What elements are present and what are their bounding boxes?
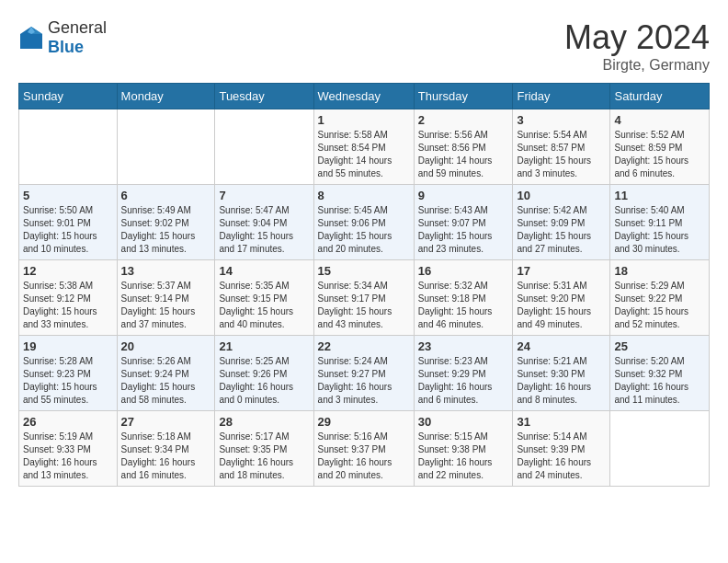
calendar-week-row: 5Sunrise: 5:50 AMSunset: 9:01 PMDaylight… [19, 185, 710, 260]
day-number: 24 [517, 339, 606, 353]
calendar-cell: 15Sunrise: 5:34 AMSunset: 9:17 PMDayligh… [313, 260, 414, 336]
calendar-cell: 12Sunrise: 5:38 AMSunset: 9:12 PMDayligh… [19, 260, 118, 336]
title-block: May 2024 Birgte, Germany [564, 18, 710, 74]
day-info: Sunrise: 5:54 AMSunset: 8:57 PMDaylight:… [517, 129, 606, 180]
logo: General Blue [18, 18, 107, 57]
day-number: 4 [614, 113, 705, 127]
day-info: Sunrise: 5:24 AMSunset: 9:27 PMDaylight:… [318, 355, 410, 407]
day-number: 26 [23, 415, 113, 429]
day-info: Sunrise: 5:14 AMSunset: 9:39 PMDaylight:… [517, 431, 606, 482]
day-info: Sunrise: 5:34 AMSunset: 9:17 PMDaylight:… [318, 280, 410, 331]
day-number: 7 [219, 189, 309, 202]
calendar-cell: 17Sunrise: 5:31 AMSunset: 9:20 PMDayligh… [513, 260, 610, 336]
calendar-cell: 22Sunrise: 5:24 AMSunset: 9:27 PMDayligh… [313, 336, 414, 411]
day-info: Sunrise: 5:52 AMSunset: 8:59 PMDaylight:… [614, 129, 705, 180]
weekday-header-monday: Monday [117, 84, 215, 109]
calendar-table: SundayMondayTuesdayWednesdayThursdayFrid… [18, 83, 710, 487]
calendar-cell: 20Sunrise: 5:26 AMSunset: 9:24 PMDayligh… [117, 336, 215, 411]
calendar-cell [610, 411, 710, 487]
day-info: Sunrise: 5:40 AMSunset: 9:11 PMDaylight:… [614, 204, 705, 256]
day-number: 31 [517, 415, 606, 429]
calendar-cell: 7Sunrise: 5:47 AMSunset: 9:04 PMDaylight… [215, 185, 313, 260]
day-number: 14 [219, 264, 309, 278]
day-number: 21 [219, 339, 309, 353]
logo-icon [18, 25, 44, 51]
calendar-cell [19, 109, 118, 185]
day-info: Sunrise: 5:20 AMSunset: 9:32 PMDaylight:… [614, 355, 705, 407]
calendar-cell [215, 109, 313, 185]
calendar-cell: 21Sunrise: 5:25 AMSunset: 9:26 PMDayligh… [215, 336, 313, 411]
day-number: 10 [517, 189, 606, 202]
calendar-week-row: 19Sunrise: 5:28 AMSunset: 9:23 PMDayligh… [19, 336, 710, 411]
day-info: Sunrise: 5:38 AMSunset: 9:12 PMDaylight:… [23, 280, 113, 331]
calendar-cell: 8Sunrise: 5:45 AMSunset: 9:06 PMDaylight… [313, 185, 414, 260]
calendar-cell: 19Sunrise: 5:28 AMSunset: 9:23 PMDayligh… [19, 336, 118, 411]
day-info: Sunrise: 5:26 AMSunset: 9:24 PMDaylight:… [121, 355, 211, 407]
day-info: Sunrise: 5:49 AMSunset: 9:02 PMDaylight:… [121, 204, 211, 256]
logo-text: General Blue [48, 18, 107, 57]
calendar-cell: 3Sunrise: 5:54 AMSunset: 8:57 PMDaylight… [513, 109, 610, 185]
calendar-cell: 5Sunrise: 5:50 AMSunset: 9:01 PMDaylight… [19, 185, 118, 260]
calendar-cell [117, 109, 215, 185]
day-number: 5 [23, 189, 113, 202]
logo-general: General [48, 18, 107, 37]
day-info: Sunrise: 5:18 AMSunset: 9:34 PMDaylight:… [121, 431, 211, 482]
calendar-cell: 10Sunrise: 5:42 AMSunset: 9:09 PMDayligh… [513, 185, 610, 260]
calendar-week-row: 12Sunrise: 5:38 AMSunset: 9:12 PMDayligh… [19, 260, 710, 336]
day-number: 6 [121, 189, 211, 202]
day-number: 23 [418, 339, 509, 353]
day-number: 27 [121, 415, 211, 429]
day-info: Sunrise: 5:47 AMSunset: 9:04 PMDaylight:… [219, 204, 309, 256]
weekday-header-wednesday: Wednesday [313, 84, 414, 109]
day-info: Sunrise: 5:43 AMSunset: 9:07 PMDaylight:… [418, 204, 509, 256]
day-number: 19 [23, 339, 113, 353]
calendar-cell: 11Sunrise: 5:40 AMSunset: 9:11 PMDayligh… [610, 185, 710, 260]
day-number: 13 [121, 264, 211, 278]
day-number: 11 [614, 189, 705, 202]
day-info: Sunrise: 5:19 AMSunset: 9:33 PMDaylight:… [23, 431, 113, 482]
day-info: Sunrise: 5:28 AMSunset: 9:23 PMDaylight:… [23, 355, 113, 407]
day-number: 9 [418, 189, 509, 202]
day-number: 2 [418, 113, 509, 127]
calendar-cell: 25Sunrise: 5:20 AMSunset: 9:32 PMDayligh… [610, 336, 710, 411]
calendar-week-row: 26Sunrise: 5:19 AMSunset: 9:33 PMDayligh… [19, 411, 710, 487]
weekday-header-sunday: Sunday [19, 84, 118, 109]
calendar-cell: 26Sunrise: 5:19 AMSunset: 9:33 PMDayligh… [19, 411, 118, 487]
calendar-cell: 24Sunrise: 5:21 AMSunset: 9:30 PMDayligh… [513, 336, 610, 411]
calendar-cell: 23Sunrise: 5:23 AMSunset: 9:29 PMDayligh… [414, 336, 513, 411]
day-number: 29 [318, 415, 410, 429]
day-info: Sunrise: 5:17 AMSunset: 9:35 PMDaylight:… [219, 431, 309, 482]
day-info: Sunrise: 5:15 AMSunset: 9:38 PMDaylight:… [418, 431, 509, 482]
day-number: 28 [219, 415, 309, 429]
calendar-cell: 4Sunrise: 5:52 AMSunset: 8:59 PMDaylight… [610, 109, 710, 185]
day-info: Sunrise: 5:25 AMSunset: 9:26 PMDaylight:… [219, 355, 309, 407]
calendar-cell: 30Sunrise: 5:15 AMSunset: 9:38 PMDayligh… [414, 411, 513, 487]
calendar-cell: 9Sunrise: 5:43 AMSunset: 9:07 PMDaylight… [414, 185, 513, 260]
day-info: Sunrise: 5:37 AMSunset: 9:14 PMDaylight:… [121, 280, 211, 331]
calendar-cell: 13Sunrise: 5:37 AMSunset: 9:14 PMDayligh… [117, 260, 215, 336]
day-number: 17 [517, 264, 606, 278]
day-info: Sunrise: 5:32 AMSunset: 9:18 PMDaylight:… [418, 280, 509, 331]
weekday-header-row: SundayMondayTuesdayWednesdayThursdayFrid… [19, 84, 710, 109]
day-info: Sunrise: 5:23 AMSunset: 9:29 PMDaylight:… [418, 355, 509, 407]
day-number: 3 [517, 113, 606, 127]
calendar-cell: 28Sunrise: 5:17 AMSunset: 9:35 PMDayligh… [215, 411, 313, 487]
calendar-cell: 2Sunrise: 5:56 AMSunset: 8:56 PMDaylight… [414, 109, 513, 185]
day-info: Sunrise: 5:35 AMSunset: 9:15 PMDaylight:… [219, 280, 309, 331]
day-number: 22 [318, 339, 410, 353]
calendar-cell: 31Sunrise: 5:14 AMSunset: 9:39 PMDayligh… [513, 411, 610, 487]
calendar-title: May 2024 [564, 18, 710, 57]
weekday-header-thursday: Thursday [414, 84, 513, 109]
logo-blue: Blue [48, 38, 84, 56]
weekday-header-friday: Friday [513, 84, 610, 109]
day-number: 16 [418, 264, 509, 278]
day-info: Sunrise: 5:58 AMSunset: 8:54 PMDaylight:… [318, 129, 410, 180]
calendar-cell: 14Sunrise: 5:35 AMSunset: 9:15 PMDayligh… [215, 260, 313, 336]
day-info: Sunrise: 5:31 AMSunset: 9:20 PMDaylight:… [517, 280, 606, 331]
day-info: Sunrise: 5:50 AMSunset: 9:01 PMDaylight:… [23, 204, 113, 256]
calendar-location: Birgte, Germany [564, 57, 710, 74]
calendar-cell: 1Sunrise: 5:58 AMSunset: 8:54 PMDaylight… [313, 109, 414, 185]
day-number: 20 [121, 339, 211, 353]
weekday-header-tuesday: Tuesday [215, 84, 313, 109]
day-info: Sunrise: 5:42 AMSunset: 9:09 PMDaylight:… [517, 204, 606, 256]
